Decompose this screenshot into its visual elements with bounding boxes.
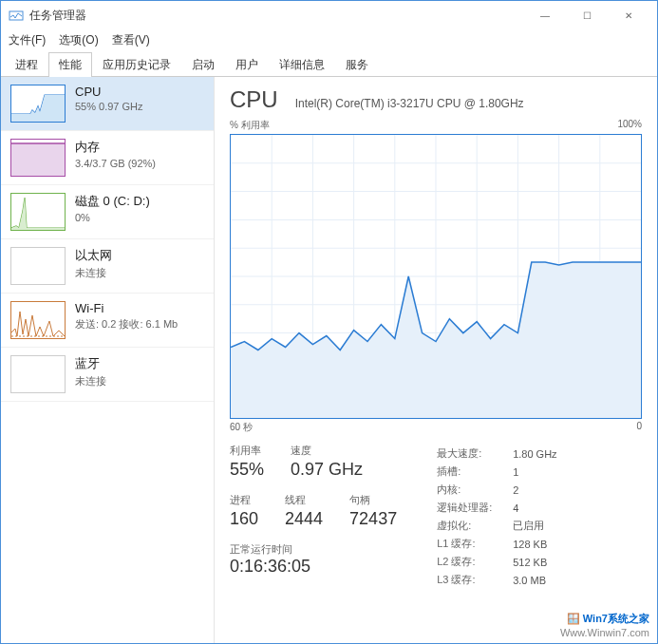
handle-label: 句柄 (349, 493, 397, 507)
cores-label: 内核: (437, 482, 511, 498)
sidebar-bt-text: 蓝牙 未连接 (75, 355, 106, 393)
tab-services[interactable]: 服务 (335, 52, 379, 77)
logical-value: 4 (513, 500, 556, 516)
virt-label: 虚拟化: (437, 518, 511, 534)
l1-value: 128 KB (513, 536, 556, 552)
tab-startup[interactable]: 启动 (181, 52, 225, 77)
l2-label: L2 缓存: (437, 554, 511, 570)
sidebar-wifi-name: Wi-Fi (75, 301, 178, 315)
bluetooth-thumb-icon (10, 355, 66, 393)
sidebar-bt-name: 蓝牙 (75, 355, 106, 372)
util-label: 利用率 (230, 444, 264, 458)
l2-value: 512 KB (513, 554, 556, 570)
app-icon (9, 8, 24, 23)
sidebar-bt-stat: 未连接 (75, 374, 106, 388)
sidebar-cpu-stat: 55% 0.97 GHz (75, 101, 143, 112)
watermark-brand: Win7系统之家 (583, 613, 649, 624)
sidebar-eth-name: 以太网 (75, 247, 112, 264)
sockets-label: 插槽: (437, 464, 511, 480)
wifi-thumb-icon (10, 301, 66, 339)
sidebar-disk-stat: 0% (75, 212, 150, 223)
logical-label: 逻辑处理器: (437, 500, 511, 516)
speed-label: 速度 (291, 444, 363, 458)
content: CPU 55% 0.97 GHz 内存 3.4/3.7 GB (92%) 磁盘 … (1, 77, 657, 644)
util-value: 55% (230, 460, 264, 480)
ethernet-thumb-icon (10, 247, 66, 285)
sidebar-item-bluetooth[interactable]: 蓝牙 未连接 (1, 348, 214, 402)
sockets-value: 1 (513, 464, 556, 480)
sidebar-item-wifi[interactable]: Wi-Fi 发送: 0.2 接收: 6.1 Mb (1, 294, 214, 348)
sidebar-cpu-text: CPU 55% 0.97 GHz (75, 85, 143, 123)
sidebar-eth-text: 以太网 未连接 (75, 247, 112, 285)
sidebar-mem-name: 内存 (75, 139, 156, 156)
watermark-url: Www.Winwin7.com (560, 626, 649, 639)
thread-label: 线程 (285, 493, 323, 507)
uptime-value: 0:16:36:05 (230, 557, 397, 577)
speed-value: 0.97 GHz (291, 460, 363, 480)
stats-row-2: 进程 160 线程 2444 句柄 72437 (230, 493, 397, 529)
maxspeed-label: 最大速度: (437, 445, 511, 462)
menu-file[interactable]: 文件(F) (9, 32, 46, 48)
sidebar-item-disk[interactable]: 磁盘 0 (C: D:) 0% (1, 185, 214, 239)
sidebar-wifi-stat: 发送: 0.2 接收: 6.1 Mb (75, 317, 178, 331)
chart-ymax: 100% (617, 119, 642, 132)
tab-details[interactable]: 详细信息 (269, 52, 335, 77)
cpu-details: 最大速度:1.80 GHz 插槽:1 内核:2 逻辑处理器:4 虚拟化:已启用 … (435, 444, 558, 590)
main-header: CPU Intel(R) Core(TM) i3-3217U CPU @ 1.8… (230, 86, 642, 113)
watermark: 🪟 Win7系统之家 Www.Winwin7.com (560, 612, 649, 639)
window-title: 任务管理器 (29, 8, 524, 24)
sidebar-mem-stat: 3.4/3.7 GB (92%) (75, 158, 156, 169)
menubar: 文件(F) 选项(O) 查看(V) (1, 29, 657, 50)
proc-value: 160 (230, 509, 258, 529)
titlebar: 任务管理器 — ☐ ✕ (1, 1, 657, 29)
chart-xmin: 0 (636, 421, 642, 434)
chart-top-labels: % 利用率 100% (230, 119, 642, 132)
sidebar-cpu-name: CPU (75, 85, 143, 99)
tab-performance[interactable]: 性能 (48, 52, 92, 77)
stats-row-1: 利用率 55% 速度 0.97 GHz (230, 444, 397, 480)
proc-label: 进程 (230, 493, 258, 507)
sidebar-eth-stat: 未连接 (75, 266, 112, 280)
l1-label: L1 缓存: (437, 536, 511, 552)
sidebar-wifi-text: Wi-Fi 发送: 0.2 接收: 6.1 Mb (75, 301, 178, 339)
main-panel: CPU Intel(R) Core(TM) i3-3217U CPU @ 1.8… (215, 77, 657, 644)
chart-ylabel: % 利用率 (230, 119, 270, 132)
svg-rect-1 (11, 143, 65, 176)
maxspeed-value: 1.80 GHz (513, 445, 556, 462)
sidebar-disk-name: 磁盘 0 (C: D:) (75, 193, 150, 210)
sidebar: CPU 55% 0.97 GHz 内存 3.4/3.7 GB (92%) 磁盘 … (1, 77, 215, 644)
sidebar-item-memory[interactable]: 内存 3.4/3.7 GB (92%) (1, 131, 214, 185)
l3-label: L3 缓存: (437, 572, 511, 588)
chart-xmax: 60 秒 (230, 421, 253, 434)
chart-bottom-labels: 60 秒 0 (230, 421, 642, 434)
uptime-label: 正常运行时间 (230, 542, 397, 557)
memory-thumb-icon (10, 139, 66, 177)
sidebar-item-cpu[interactable]: CPU 55% 0.97 GHz (1, 77, 214, 131)
virt-value: 已启用 (513, 518, 556, 534)
l3-value: 3.0 MB (513, 572, 556, 588)
menu-view[interactable]: 查看(V) (112, 32, 150, 48)
minimize-button[interactable]: — (524, 1, 566, 29)
disk-thumb-icon (10, 193, 66, 231)
cores-value: 2 (513, 482, 556, 498)
menu-options[interactable]: 选项(O) (59, 32, 98, 48)
close-button[interactable]: ✕ (608, 1, 649, 29)
cpu-thumb-icon (10, 85, 66, 123)
main-title: CPU (230, 86, 278, 113)
tab-processes[interactable]: 进程 (5, 52, 48, 77)
sidebar-item-ethernet[interactable]: 以太网 未连接 (1, 239, 214, 294)
tab-history[interactable]: 应用历史记录 (92, 52, 181, 77)
tabbar: 进程 性能 应用历史记录 启动 用户 详细信息 服务 (1, 50, 657, 77)
tab-users[interactable]: 用户 (225, 52, 269, 77)
handle-value: 72437 (349, 509, 397, 529)
maximize-button[interactable]: ☐ (566, 1, 608, 29)
sidebar-mem-text: 内存 3.4/3.7 GB (92%) (75, 139, 156, 177)
cpu-chart (230, 134, 642, 419)
watermark-logo-icon: 🪟 (567, 613, 580, 624)
thread-value: 2444 (285, 509, 323, 529)
main-subtitle: Intel(R) Core(TM) i3-3217U CPU @ 1.80GHz (295, 97, 524, 110)
sidebar-disk-text: 磁盘 0 (C: D:) 0% (75, 193, 150, 231)
